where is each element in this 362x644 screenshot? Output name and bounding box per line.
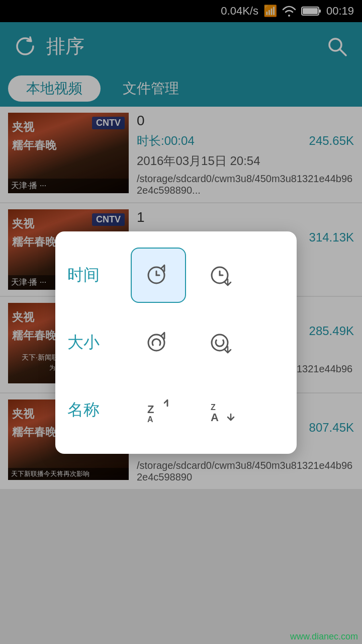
svg-point-9 [148,335,164,351]
sort-panel: 时间 大小 [55,231,297,454]
sort-time-desc-button[interactable] [194,248,249,303]
sort-row-time: 时间 [67,248,285,303]
sort-name-asc-button[interactable]: Z A [131,382,186,438]
svg-text:A: A [147,415,153,424]
sort-row-name: 名称 Z A Z A [67,382,285,438]
sort-label-name: 名称 [67,399,123,421]
svg-text:Z: Z [147,403,154,416]
sort-time-asc-button[interactable] [131,248,186,303]
sort-row-size: 大小 [67,315,285,370]
sort-size-desc-button[interactable] [194,315,249,370]
sort-label-size: 大小 [67,332,123,354]
sort-name-desc-button[interactable]: Z A [194,382,249,438]
sort-size-asc-button[interactable] [131,315,186,370]
svg-text:Z: Z [211,403,216,412]
watermark: www.dianec.com [290,631,358,642]
svg-point-11 [212,335,228,351]
sort-label-time: 时间 [67,264,123,286]
svg-text:A: A [211,411,219,424]
